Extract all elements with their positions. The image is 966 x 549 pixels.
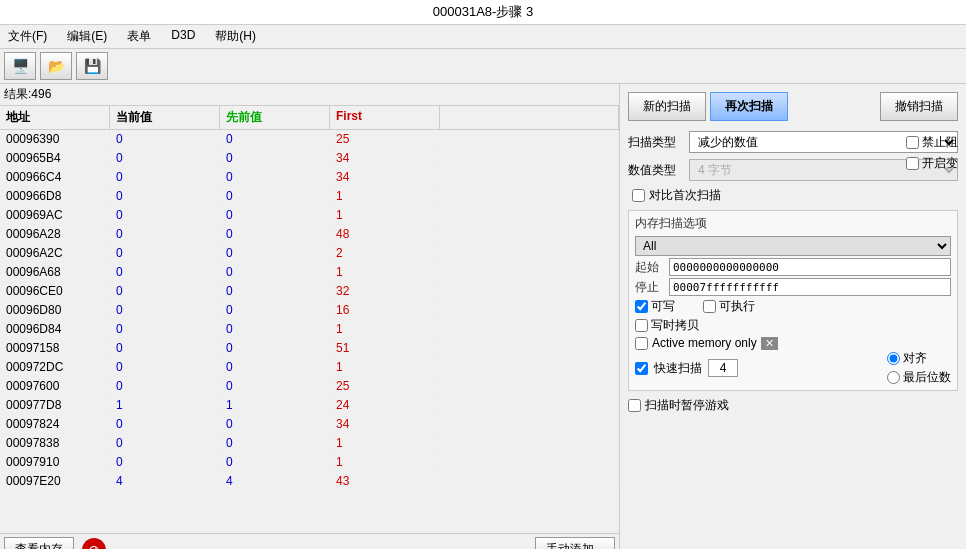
copy-on-write-checkbox[interactable]	[635, 319, 648, 332]
memory-scan-section: 内存扫描选项 All 起始 停止 可写	[628, 210, 958, 391]
executable-checkbox[interactable]	[703, 300, 716, 313]
table-row[interactable]: 00097158 0 0 51	[0, 339, 619, 358]
cell-first: 25	[330, 130, 440, 148]
mem-stop-input[interactable]	[669, 278, 951, 296]
cell-address: 00097824	[0, 415, 110, 433]
compare-first-checkbox[interactable]	[632, 189, 645, 202]
active-memory-x-btn[interactable]: ✕	[761, 337, 778, 350]
mem-stop-row: 停止	[635, 278, 951, 296]
table-row[interactable]: 00097E20 4 4 43	[0, 472, 619, 491]
view-memory-btn[interactable]: 查看内存	[4, 537, 74, 549]
table-row[interactable]: 00096A2C 0 0 2	[0, 244, 619, 263]
table-row[interactable]: 00097824 0 0 34	[0, 415, 619, 434]
table-row[interactable]: 00096390 0 0 25	[0, 130, 619, 149]
cell-previous: 1	[220, 396, 330, 414]
cell-previous: 0	[220, 206, 330, 224]
copy-on-write-label: 写时拷贝	[651, 317, 699, 334]
cell-previous: 0	[220, 339, 330, 357]
align-radio[interactable]	[887, 352, 900, 365]
cell-extra	[440, 472, 619, 490]
table-row[interactable]: 00096CE0 0 0 32	[0, 282, 619, 301]
fast-scan-label: 快速扫描	[654, 360, 702, 377]
toolbar: 🖥️ 📂 💾	[0, 49, 966, 84]
table-row[interactable]: 00096A68 0 0 1	[0, 263, 619, 282]
active-memory-checkbox[interactable]	[635, 337, 648, 350]
copy-on-write-row: 写时拷贝	[635, 317, 951, 334]
menu-form[interactable]: 表单	[123, 27, 155, 46]
cell-address: 00096A2C	[0, 244, 110, 262]
menu-edit[interactable]: 编辑(E)	[63, 27, 111, 46]
cell-previous: 0	[220, 358, 330, 376]
disable-freeze-label: 禁止阻	[922, 134, 958, 151]
table-row[interactable]: 00096D80 0 0 16	[0, 301, 619, 320]
toolbar-save-btn[interactable]: 💾	[76, 52, 108, 80]
cancel-scan-btn[interactable]: 撤销扫描	[880, 92, 958, 121]
table-row[interactable]: 000965B4 0 0 34	[0, 149, 619, 168]
writable-checkbox[interactable]	[635, 300, 648, 313]
cell-current: 0	[110, 149, 220, 167]
table-row[interactable]: 00096A28 0 0 48	[0, 225, 619, 244]
cell-extra	[440, 225, 619, 243]
new-scan-btn[interactable]: 新的扫描	[628, 92, 706, 121]
cell-extra	[440, 377, 619, 395]
cell-first: 2	[330, 244, 440, 262]
mem-start-input[interactable]	[669, 258, 951, 276]
fast-scan-checkbox[interactable]	[635, 362, 648, 375]
manual-add-btn[interactable]: 手动添加...	[535, 537, 615, 549]
rescan-btn[interactable]: 再次扫描	[710, 92, 788, 121]
table-row[interactable]: 000972DC 0 0 1	[0, 358, 619, 377]
header-previous: 先前值	[220, 106, 330, 129]
fast-scan-input[interactable]	[708, 359, 738, 377]
table-row[interactable]: 00096D84 0 0 1	[0, 320, 619, 339]
cell-address: 00097838	[0, 434, 110, 452]
table-body[interactable]: 00096390 0 0 25 000965B4 0 0 34 000966C4…	[0, 130, 619, 533]
table-row[interactable]: 00097600 0 0 25	[0, 377, 619, 396]
table-row[interactable]: 000977D8 1 1 24	[0, 396, 619, 415]
header-current: 当前值	[110, 106, 220, 129]
cell-address: 00096390	[0, 130, 110, 148]
header-address: 地址	[0, 106, 110, 129]
toolbar-monitor-btn[interactable]: 🖥️	[4, 52, 36, 80]
scan-buttons: 新的扫描 再次扫描 撤销扫描	[628, 92, 958, 121]
table-row[interactable]: 000969AC 0 0 1	[0, 206, 619, 225]
cell-extra	[440, 282, 619, 300]
disable-freeze-item: 禁止阻	[906, 134, 958, 151]
align-radio-item: 对齐	[887, 350, 951, 367]
menu-d3d[interactable]: D3D	[167, 27, 199, 46]
cell-current: 0	[110, 282, 220, 300]
cell-extra	[440, 434, 619, 452]
right-checkboxes: 禁止阻 开启变	[906, 134, 958, 172]
mem-all-row: All	[635, 236, 951, 256]
right-panel: 新的扫描 再次扫描 撤销扫描 扫描类型 减少的数值 数值类型 4 字节 对比首次…	[620, 84, 966, 549]
bottom-bar: 查看内存 ⊘ 手动添加...	[0, 533, 619, 549]
cell-current: 0	[110, 263, 220, 281]
toolbar-open-btn[interactable]: 📂	[40, 52, 72, 80]
cell-current: 0	[110, 225, 220, 243]
results-bar: 结果:496	[0, 84, 619, 106]
disable-freeze-checkbox[interactable]	[906, 136, 919, 149]
mem-all-select[interactable]: All	[635, 236, 951, 256]
cell-extra	[440, 244, 619, 262]
open-checkbox[interactable]	[906, 157, 919, 170]
menu-file[interactable]: 文件(F)	[4, 27, 51, 46]
cell-address: 00097158	[0, 339, 110, 357]
last-bits-radio[interactable]	[887, 371, 900, 384]
cancel-icon[interactable]: ⊘	[82, 538, 106, 550]
table-row[interactable]: 000966D8 0 0 1	[0, 187, 619, 206]
table-row[interactable]: 000966C4 0 0 34	[0, 168, 619, 187]
cell-extra	[440, 396, 619, 414]
menu-help[interactable]: 帮助(H)	[211, 27, 260, 46]
memory-scan-label: 内存扫描选项	[635, 215, 951, 232]
pause-game-checkbox[interactable]	[628, 399, 641, 412]
cell-address: 000977D8	[0, 396, 110, 414]
cell-previous: 0	[220, 301, 330, 319]
table-row[interactable]: 00097838 0 0 1	[0, 434, 619, 453]
title-bar: 000031A8-步骤 3	[0, 0, 966, 25]
cell-address: 00096CE0	[0, 282, 110, 300]
cell-extra	[440, 149, 619, 167]
table-row[interactable]: 00097910 0 0 1	[0, 453, 619, 472]
cell-address: 00096A68	[0, 263, 110, 281]
scan-type-label: 扫描类型	[628, 134, 683, 151]
executable-item: 可执行	[703, 298, 755, 315]
cell-address: 00097E20	[0, 472, 110, 490]
